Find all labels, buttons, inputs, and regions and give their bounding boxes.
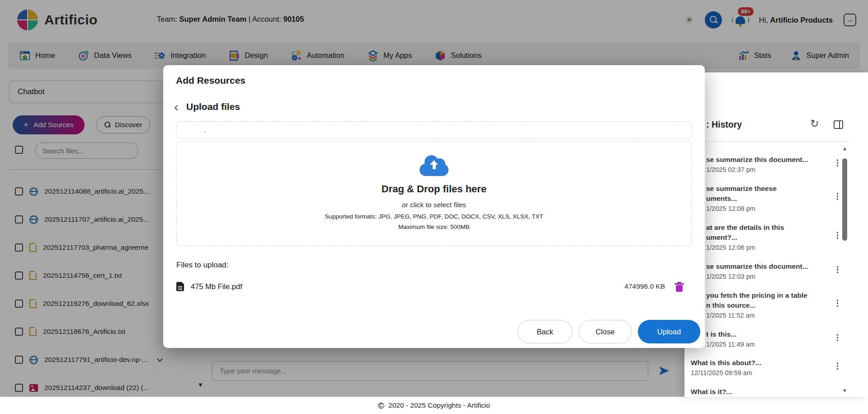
upload-file-name: 475 Mb File.pdf — [191, 282, 242, 291]
history-item-text: at are the details in this ument?... — [706, 223, 834, 243]
delete-file-trash-icon[interactable] — [676, 285, 683, 292]
history-title: : History — [706, 119, 742, 130]
kebab-menu-icon[interactable] — [835, 264, 840, 275]
files-to-upload-label: Files to upload: — [176, 261, 228, 270]
history-item-text: t is this... — [706, 329, 834, 339]
scrollbar-thumb[interactable] — [842, 158, 847, 241]
add-resources-modal: Add Resources Upload files . Drag & Drop… — [163, 65, 705, 348]
dropzone-max-size: Maximum file size: 500MB — [398, 224, 470, 230]
history-item-time: 1/2025 11:49 am — [706, 341, 834, 348]
history-item[interactable]: se summarize this document... 1/2025 12:… — [684, 262, 834, 280]
refresh-icon[interactable] — [810, 118, 819, 130]
history-item[interactable]: What is it?... — [684, 387, 834, 397]
history-item[interactable]: you fetch the pricing in a table n this … — [684, 290, 834, 319]
history-scrollbar[interactable] — [842, 146, 848, 393]
history-item[interactable]: se summarize theese uments... 1/2025 12:… — [684, 184, 834, 212]
history-divider — [691, 141, 849, 142]
kebab-menu-icon[interactable] — [835, 191, 840, 202]
history-item-time: 1/2025 12:03 pm — [706, 273, 834, 280]
history-item-text: se summarize this document... — [706, 155, 834, 165]
history-item-time: 1/2025 12:06 pm — [706, 244, 834, 251]
history-item[interactable]: se summarize this document... 1/2025 02:… — [684, 155, 834, 173]
collapsed-upload-row[interactable]: . — [176, 121, 692, 138]
scroll-up-icon[interactable] — [842, 146, 847, 151]
document-icon — [176, 282, 184, 291]
history-item-time: 1/2025 11:52 am — [706, 312, 834, 319]
copyright-icon: © — [378, 401, 384, 410]
upload-file-size: 474996.0 KB — [624, 282, 665, 290]
dropzone-formats: Supported formats: JPG, JPEG, PNG, PDF, … — [325, 213, 543, 220]
back-chevron-icon[interactable] — [172, 102, 180, 111]
history-item[interactable]: What is this about?... 12/11/2025 09:59 … — [684, 358, 834, 376]
kebab-menu-icon[interactable] — [835, 298, 840, 309]
dropzone-subheading: or click to select files — [402, 201, 466, 209]
modal-subtitle: Upload files — [186, 101, 240, 112]
dropzone[interactable]: Drag & Drop files here or click to selec… — [176, 141, 692, 246]
upload-file-row: 475 Mb File.pdf 474996.0 KB — [176, 277, 692, 296]
kebab-menu-icon[interactable] — [835, 230, 840, 241]
copyright-text: 2020 - 2025 Copyrights - Artificio — [388, 401, 490, 409]
history-item[interactable]: t is this... 1/2025 11:49 am — [684, 329, 834, 348]
history-item-time: 12/11/2025 09:59 am — [691, 369, 834, 376]
history-item-text: What is this about?... — [691, 358, 834, 368]
scroll-down-icon[interactable] — [842, 388, 847, 393]
modal-title: Add Resources — [176, 75, 245, 86]
cloud-upload-icon — [420, 155, 448, 176]
history-item-text: What is it?... — [691, 387, 834, 397]
history-item-time: 1/2025 12:08 pm — [706, 205, 834, 212]
dropzone-heading: Drag & Drop files here — [382, 183, 486, 195]
back-button[interactable]: Back — [518, 320, 572, 343]
history-item-text: se summarize theese uments... — [706, 184, 834, 204]
footer: © 2020 - 2025 Copyrights - Artificio — [0, 397, 868, 414]
panel-layout-icon[interactable] — [834, 120, 843, 129]
kebab-menu-icon[interactable] — [835, 157, 840, 168]
kebab-menu-icon[interactable] — [835, 332, 840, 343]
history-item-time: 1/2025 02:37 pm — [706, 166, 834, 173]
collapsed-row-text: . — [204, 126, 206, 134]
kebab-menu-icon[interactable] — [835, 361, 840, 371]
history-item-text: se summarize this document... — [706, 262, 834, 271]
history-item-text: you fetch the pricing in a table n this … — [706, 290, 834, 310]
history-item[interactable]: at are the details in this ument?... 1/2… — [684, 223, 834, 251]
close-button[interactable]: Close — [579, 320, 632, 343]
chat-history-panel: : History se summarize this document... … — [684, 72, 868, 397]
upload-button[interactable]: Upload — [638, 320, 700, 343]
